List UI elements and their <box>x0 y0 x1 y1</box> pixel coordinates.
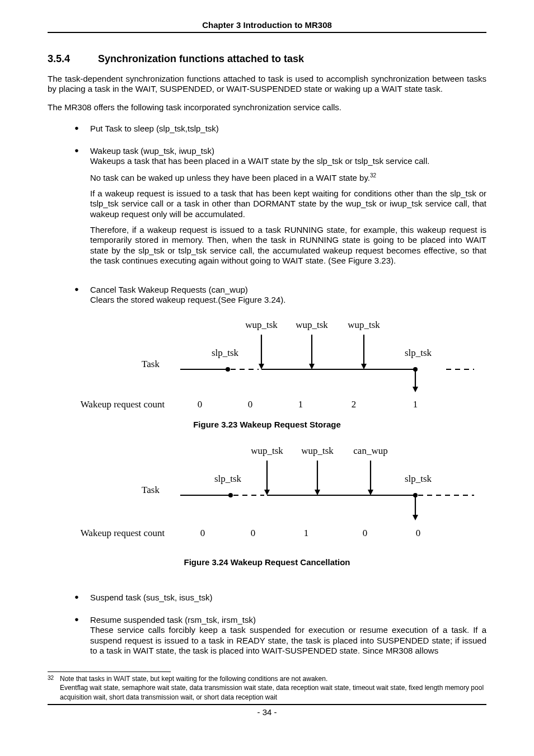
timing-label: wup_tsk <box>251 445 283 456</box>
svg-marker-1 <box>259 364 264 369</box>
body-paragraph: The MR308 offers the following task inco… <box>48 102 486 112</box>
count-value: 0 <box>251 528 256 538</box>
count-value: 0 <box>200 528 205 538</box>
section-title: Synchronization functions attached to ta… <box>98 53 304 64</box>
timing-label: wup_tsk <box>301 445 334 456</box>
list-item-title: Resume suspended task (rsm_tsk, irsm_tsk… <box>90 615 256 624</box>
svg-marker-5 <box>361 364 367 369</box>
count-value: 0 <box>363 528 368 538</box>
svg-marker-9 <box>264 490 270 495</box>
figure-3-23: wup_tsk wup_tsk wup_tsk slp_tsk slp_tsk … <box>48 318 486 413</box>
footnote: 32 Note that tasks in WAIT state, but ke… <box>48 674 486 702</box>
list-item-text: Clears the stored wakeup request.(See Fi… <box>90 295 285 304</box>
figure-caption: Figure 3.23 Wakeup Request Storage <box>48 420 486 429</box>
list-item: Suspend task (sus_tsk, isus_tsk) <box>74 593 486 603</box>
footer-rule <box>48 704 486 705</box>
timing-label: slp_tsk <box>405 473 432 484</box>
list-sub-paragraph: No task can be waked up unless they have… <box>90 172 486 183</box>
count-value: 0 <box>198 399 203 410</box>
count-value: 2 <box>352 399 357 410</box>
arrow-down-icon <box>315 461 320 495</box>
list-item: Resume suspended task (rsm_tsk, irsm_tsk… <box>74 615 486 656</box>
bullet-list: Put Task to sleep (slp_tsk,tslp_tsk) Wak… <box>48 124 486 306</box>
timing-label: can_wup <box>353 445 387 456</box>
list-item-text: Wakeups a task that has been placed in a… <box>90 156 429 166</box>
svg-marker-11 <box>315 490 320 495</box>
count-value: 1 <box>304 528 309 538</box>
row-label: Task <box>142 359 160 369</box>
body-paragraph: The task-dependent synchronization funct… <box>48 74 486 95</box>
bullet-list: Suspend task (sus_tsk, isus_tsk) Resume … <box>48 593 486 656</box>
footnote-text: Note that tasks in WAIT state, but kept … <box>60 675 327 683</box>
timeline-dot <box>413 493 418 497</box>
timing-label: slp_tsk <box>405 348 432 358</box>
timing-label: slp_tsk <box>212 348 239 358</box>
list-item-title: Cancel Task Wakeup Requests (can_wup) <box>90 285 248 294</box>
timing-label: wup_tsk <box>348 320 380 330</box>
count-value: 0 <box>248 399 253 410</box>
figure-3-24-svg: wup_tsk wup_tsk can_wup slp_tsk slp_tsk … <box>60 444 474 542</box>
chapter-header: Chapter 3 Introduction to MR308 <box>48 20 486 32</box>
figure-3-24: wup_tsk wup_tsk can_wup slp_tsk slp_tsk … <box>48 444 486 542</box>
timing-label: wup_tsk <box>296 320 328 330</box>
section-number: 3.5.4 <box>48 53 95 65</box>
svg-marker-15 <box>413 515 418 520</box>
count-value: 0 <box>416 528 421 538</box>
arrow-down-icon <box>264 461 270 495</box>
arrow-down-icon <box>368 461 373 495</box>
footnote-text: Eventflag wait state, semaphore wait sta… <box>60 684 484 701</box>
arrow-down-icon <box>413 497 418 520</box>
svg-marker-7 <box>413 387 418 392</box>
list-item-text: No task can be waked up unless they have… <box>90 173 370 182</box>
list-item: Cancel Task Wakeup Requests (can_wup) Cl… <box>74 285 486 306</box>
arrow-down-icon <box>309 335 315 369</box>
timeline-dot <box>413 367 418 372</box>
arrow-down-icon <box>259 335 264 369</box>
arrow-down-icon <box>361 335 367 369</box>
svg-marker-3 <box>309 364 315 369</box>
list-sub-paragraph: If a wakeup request is issued to a task … <box>90 189 486 219</box>
timeline-dot <box>226 367 230 372</box>
list-item-text: Put Task to sleep (slp_tsk,tslp_tsk) <box>90 124 219 133</box>
figure-3-23-svg: wup_tsk wup_tsk wup_tsk slp_tsk slp_tsk … <box>60 318 474 413</box>
list-item-text: These service calls forcibly keep a task… <box>90 625 486 655</box>
count-label: Wakeup request count <box>81 399 165 410</box>
timeline-dot <box>228 493 233 497</box>
list-item: Put Task to sleep (slp_tsk,tslp_tsk) <box>74 124 486 134</box>
list-item-title: Wakeup task (wup_tsk, iwup_tsk) <box>90 146 214 156</box>
list-item-text: Suspend task (sus_tsk, isus_tsk) <box>90 593 212 602</box>
timing-label: wup_tsk <box>245 320 278 330</box>
page-number: - 34 - <box>48 707 486 717</box>
row-label: Task <box>142 485 160 495</box>
svg-marker-13 <box>368 490 373 495</box>
count-label: Wakeup request count <box>81 528 165 538</box>
list-sub-paragraph: Therefore, if a wakeup request is issued… <box>90 225 486 266</box>
page-container: Chapter 3 Introduction to MR308 3.5.4 Sy… <box>0 0 534 734</box>
count-value: 1 <box>298 399 303 410</box>
footnote-number: 32 <box>48 674 54 682</box>
timing-label: slp_tsk <box>214 473 242 484</box>
footnote-reference: 32 <box>370 172 376 179</box>
list-item: Wakeup task (wup_tsk, iwup_tsk) Wakeups … <box>74 146 486 266</box>
arrow-down-icon <box>413 371 418 392</box>
section-heading: 3.5.4 Synchronization functions attached… <box>48 53 486 65</box>
footnote-rule <box>48 672 171 672</box>
figure-caption: Figure 3.24 Wakeup Request Cancellation <box>48 557 486 567</box>
header-rule <box>48 32 486 33</box>
count-value: 1 <box>413 399 418 410</box>
